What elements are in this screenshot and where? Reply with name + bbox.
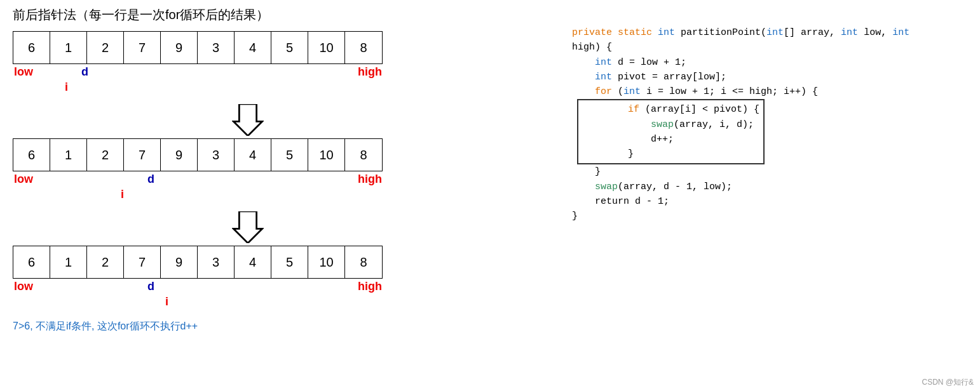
cell-1-6: 4	[235, 32, 271, 63]
array-row-3: 6 1 2 7 9 3 4 5 10 8	[13, 246, 432, 279]
cell-3-3: 7	[124, 246, 161, 278]
cell-3-6: 4	[235, 246, 271, 278]
labels-1: low d i high	[13, 64, 388, 99]
label-d-1: d	[81, 65, 88, 79]
labels-2: low d i high	[13, 171, 388, 206]
cell-3-8: 10	[308, 246, 345, 278]
array-row-2: 6 1 2 7 9 3 4 5 10 8	[13, 138, 432, 171]
cell-2-2: 2	[87, 139, 124, 171]
label-d-3: d	[147, 280, 154, 293]
code-indent2	[572, 72, 595, 83]
code-for: for	[595, 86, 612, 97]
cell-1-8: 10	[308, 32, 345, 63]
cell-2-1: 1	[50, 139, 87, 171]
code-if-body: (array[i] < pivot) {	[639, 104, 759, 115]
code-close-method: }	[572, 211, 578, 222]
cell-1-2: 2	[87, 32, 124, 63]
code-line-13: }	[572, 209, 966, 223]
cell-1-5: 3	[198, 32, 235, 63]
cell-3-4: 9	[161, 246, 198, 278]
code-line-3: int d = low + 1;	[572, 55, 966, 70]
page-title: 前后指针法（每一行是一次for循环后的结果）	[13, 6, 432, 23]
code-indent5	[572, 182, 595, 192]
code-for-body: i = low + 1; i <= high; i++) {	[641, 86, 818, 97]
code-block: private static int partitionPoint(int[] …	[572, 25, 966, 223]
code-swap2: swap	[595, 182, 618, 192]
code-param1: [] array,	[784, 27, 841, 38]
code-close-for: }	[572, 166, 601, 177]
arrow-1	[64, 104, 432, 136]
code-line-9: }	[582, 147, 759, 161]
code-swap-method: swap	[651, 119, 674, 130]
code-swap	[582, 119, 651, 130]
label-low-1: low	[14, 65, 33, 79]
code-method: partitionPoint(	[675, 27, 766, 38]
cell-1-1: 1	[50, 32, 87, 63]
cell-3-7: 5	[271, 246, 308, 278]
code-int-4: int	[892, 27, 909, 38]
array-section-1: 6 1 2 7 9 3 4 5 10 8 low d i high	[13, 31, 432, 99]
code-int-5: int	[595, 57, 612, 68]
array-row-1: 6 1 2 7 9 3 4 5 10 8	[13, 31, 432, 64]
cell-3-5: 3	[198, 246, 235, 278]
cell-2-5: 3	[198, 139, 235, 171]
cell-2-4: 9	[161, 139, 198, 171]
label-high-2: high	[358, 173, 382, 186]
code-line-5: for (int i = low + 1; i <= high; i++) {	[572, 84, 966, 99]
code-int-6: int	[595, 72, 612, 83]
array-wrapper-3: 6 1 2 7 9 3 4 5 10 8	[13, 246, 383, 279]
code-for-paren: (	[612, 86, 623, 97]
cell-2-0: 6	[13, 139, 50, 171]
cell-2-6: 4	[235, 139, 271, 171]
label-low-3: low	[14, 280, 33, 293]
svg-marker-0	[233, 104, 262, 136]
code-line-7: swap(array, i, d);	[582, 117, 759, 132]
code-line-8: d++;	[582, 132, 759, 147]
cell-3-0: 6	[13, 246, 50, 278]
cell-1-4: 9	[161, 32, 198, 63]
code-return: return d - 1;	[572, 196, 669, 207]
cell-2-7: 5	[271, 139, 308, 171]
code-close-if: }	[582, 149, 634, 159]
label-i-1: i	[65, 81, 68, 94]
note-text: 7>6, 不满足if条件, 这次for循环不执行d++	[13, 320, 432, 333]
code-swap2-args: (array, d - 1, low);	[618, 182, 732, 192]
cell-3-2: 2	[87, 246, 124, 278]
code-indent3	[572, 86, 595, 97]
code-dpp: d++;	[582, 134, 674, 145]
code-line-2: high) {	[572, 40, 966, 55]
code-high: high) {	[572, 42, 612, 53]
code-line-10: }	[572, 164, 966, 179]
code-indent4	[582, 104, 628, 115]
label-high-1: high	[358, 65, 382, 79]
array-section-3: 6 1 2 7 9 3 4 5 10 8 low d i high	[13, 246, 432, 314]
array-wrapper-2: 6 1 2 7 9 3 4 5 10 8	[13, 138, 383, 171]
code-indent1	[572, 57, 595, 68]
label-low-2: low	[14, 173, 33, 186]
code-param2: low,	[858, 27, 892, 38]
array-wrapper-1: 6 1 2 7 9 3 4 5 10 8	[13, 31, 383, 64]
cell-1-7: 5	[271, 32, 308, 63]
cell-2-3: 7	[124, 139, 161, 171]
cell-3-9: 8	[345, 246, 382, 278]
code-int-1: int	[658, 27, 675, 38]
labels-3: low d i high	[13, 279, 388, 314]
label-d-2: d	[147, 173, 154, 186]
code-line-11: swap(array, d - 1, low);	[572, 180, 966, 194]
arrow-svg-1	[232, 104, 264, 136]
label-i-2: i	[121, 188, 124, 201]
code-line-6: if (array[i] < pivot) {	[582, 102, 759, 117]
highlighted-block: if (array[i] < pivot) { swap(array, i, d…	[577, 99, 765, 164]
label-high-3: high	[358, 280, 382, 293]
cell-3-1: 1	[50, 246, 87, 278]
code-line-1: private static int partitionPoint(int[] …	[572, 25, 966, 40]
cell-2-9: 8	[345, 139, 382, 171]
label-i-3: i	[165, 295, 168, 308]
cell-1-9: 8	[345, 32, 382, 63]
code-int-3: int	[841, 27, 858, 38]
left-panel: 前后指针法（每一行是一次for循环后的结果） 6 1 2 7 9 3 4 5 1…	[13, 6, 432, 333]
code-int-7: int	[623, 86, 641, 97]
code-private: private static	[572, 27, 658, 38]
code-pivot-decl: pivot = array[low];	[612, 72, 726, 83]
right-panel: private static int partitionPoint(int[] …	[572, 25, 966, 223]
